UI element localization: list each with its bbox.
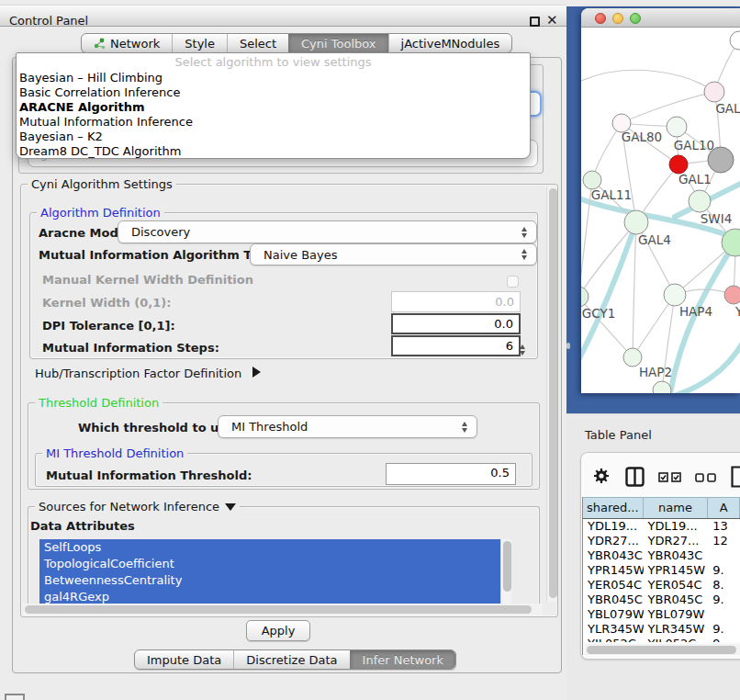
network-node-gray-hub[interactable] [708, 147, 734, 173]
control-panel-tabs: NetworkStyleSelectCyni ToolboxjActiveMNo… [81, 33, 512, 53]
network-node-bottom-partial[interactable] [653, 381, 671, 393]
network-edge[interactable] [581, 70, 714, 92]
network-canvas[interactable]: GALGAL80GAL10GAL1GAL11GAL4SWI4HAP4YGCY1H… [581, 28, 740, 393]
network-node-HAP4[interactable] [664, 284, 686, 306]
float-window-icon[interactable] [530, 17, 540, 27]
table-row[interactable]: YBR045CYBR045C9. [583, 593, 740, 607]
aracne-mode-combo[interactable]: Discovery [118, 220, 537, 243]
attribute-item[interactable]: SelfLoops [39, 539, 511, 556]
network-node-top-partial[interactable] [730, 31, 740, 50]
table-row[interactable]: YDR27...YDR27...12 [583, 534, 740, 548]
mi-steps-field[interactable]: 6 [391, 335, 521, 356]
kernel-width-label: Kernel Width (0,1): [42, 296, 171, 310]
network-node-GAL1[interactable] [669, 155, 688, 174]
tab-style[interactable]: Style [172, 34, 227, 52]
zoom-traffic-light-icon[interactable] [630, 13, 641, 24]
tab-discretize-data[interactable]: Discretize Data [233, 650, 349, 669]
attribute-item[interactable]: gal4RGexp [39, 589, 511, 604]
network-node-GAL4[interactable] [624, 210, 648, 234]
node-table: shared...nameA YDL19...YDL19...13YDR27..… [582, 497, 740, 655]
table-horizontal-scrollbar[interactable] [585, 644, 740, 655]
table-row[interactable]: YBR043CYBR043C [583, 548, 740, 563]
tab-label: Infer Network [363, 653, 443, 667]
table-cell: 9. [708, 593, 740, 607]
table-panel-title: Table Panel [585, 428, 652, 442]
gear-icon[interactable] [593, 468, 610, 484]
settings-vertical-scrollbar[interactable] [546, 186, 557, 602]
network-node-GAL2[interactable] [704, 82, 724, 102]
network-edge[interactable] [581, 222, 636, 297]
table-row[interactable]: YER054CYER054C8. [583, 578, 740, 593]
network-combo-spinner-icon [520, 344, 526, 356]
manual-kernel-label: Manual Kernel Width Definition [42, 273, 253, 287]
document-icon[interactable] [731, 466, 740, 488]
close-traffic-light-icon[interactable] [595, 13, 606, 24]
column-header[interactable]: A [708, 498, 740, 518]
node-label-GAL4: GAL4 [638, 232, 671, 247]
split-columns-icon[interactable] [625, 467, 645, 487]
tab-network[interactable]: Network [82, 34, 172, 52]
table-row[interactable]: YPR145WYPR145W9. [583, 563, 740, 578]
mi-steps-label: Mutual Information Steps: [42, 341, 219, 355]
dpi-tolerance-field[interactable]: 0.0 [391, 313, 521, 334]
algorithm-option[interactable]: Mutual Information Inference [17, 115, 530, 130]
algorithm-option[interactable]: Bayesian – Hill Climbing [17, 71, 530, 85]
mi-threshold-field[interactable]: 0.5 [386, 463, 516, 485]
hub-definition-toggle[interactable]: Hub/Transcription Factor Definition [35, 367, 261, 380]
manual-kernel-checkbox[interactable] [507, 276, 519, 288]
table-cell: YBL079W [644, 607, 709, 622]
network-edge-thick[interactable] [581, 222, 636, 369]
node-label-SWI4: SWI4 [701, 211, 733, 226]
table-cell: YLR345W [583, 622, 644, 637]
table-row[interactable]: YIL052CYIL052C9 [583, 637, 740, 642]
table-cell: YBR043C [583, 548, 644, 563]
table-header: shared...nameA [583, 497, 740, 519]
column-header[interactable]: shared... [583, 498, 644, 518]
table-row[interactable]: YLR345WYLR345W9. [583, 622, 740, 637]
network-node-green-1[interactable] [689, 190, 711, 212]
tab-infer-network[interactable]: Infer Network [350, 650, 455, 669]
splitter-handle[interactable] [566, 343, 570, 349]
screen: Control Panel ✕ NetworkStyleSelectCyni T… [0, 0, 740, 700]
which-threshold-combo[interactable]: MI Threshold [218, 415, 477, 438]
tab-label: Select [240, 37, 276, 51]
tab-cyni-toolbox[interactable]: Cyni Toolbox [288, 34, 388, 52]
tab-select[interactable]: Select [227, 34, 288, 52]
network-node-Y-partial[interactable] [724, 286, 740, 304]
sources-toggle[interactable]: Sources for Network Inference [35, 500, 240, 514]
tab-impute-data[interactable]: Impute Data [135, 650, 233, 669]
checked-columns-icon[interactable] [658, 472, 681, 482]
table-row[interactable]: YBL079WYBL079W [583, 607, 740, 622]
attribute-item[interactable]: BetweennessCentrality [39, 572, 511, 589]
algorithm-dropdown-popup: Select algorithm to view settings Bayesi… [16, 52, 531, 159]
network-window-titlebar[interactable] [581, 8, 740, 28]
tab-jactivemnodules[interactable]: jActiveMNodules [388, 34, 512, 52]
dpi-tolerance-label: DPI Tolerance [0,1]: [42, 319, 175, 333]
minimized-panel-icon[interactable] [5, 694, 25, 700]
algorithm-option[interactable]: Bayesian – K2 [17, 130, 530, 144]
apply-button[interactable]: Apply [246, 620, 310, 641]
algorithm-option[interactable]: Dream8 DC_TDC Algorithm [17, 144, 530, 159]
algorithm-option[interactable]: Basic Correlation Inference [17, 85, 530, 100]
close-icon[interactable]: ✕ [546, 12, 558, 28]
table-cell: YBR045C [644, 593, 709, 607]
algorithm-option[interactable]: ARACNE Algorithm [17, 100, 530, 115]
which-threshold-value: MI Threshold [231, 420, 308, 434]
kernel-width-field[interactable]: 0.0 [391, 291, 521, 312]
unchecked-columns-icon[interactable] [695, 473, 716, 482]
table-row[interactable]: YDL19...YDL19...13 [583, 519, 740, 534]
settings-horizontal-scrollbar[interactable] [23, 604, 543, 615]
network-edge[interactable] [622, 92, 714, 123]
attribute-item[interactable]: TopologicalCoefficient [39, 556, 511, 572]
attributes-scrollbar[interactable] [500, 539, 511, 604]
tab-label: Discretize Data [246, 653, 337, 667]
minimize-traffic-light-icon[interactable] [612, 13, 623, 24]
network-node-GCY1[interactable] [581, 287, 589, 307]
network-node-HAP2[interactable] [623, 348, 642, 367]
mi-type-combo[interactable]: Naive Bayes [250, 243, 537, 265]
network-node-GAL10[interactable] [667, 117, 687, 137]
hub-definition-label: Hub/Transcription Factor Definition [35, 367, 241, 380]
column-header[interactable]: name [644, 498, 709, 518]
network-edge[interactable] [633, 222, 636, 357]
network-node-GAL11[interactable] [583, 171, 601, 189]
